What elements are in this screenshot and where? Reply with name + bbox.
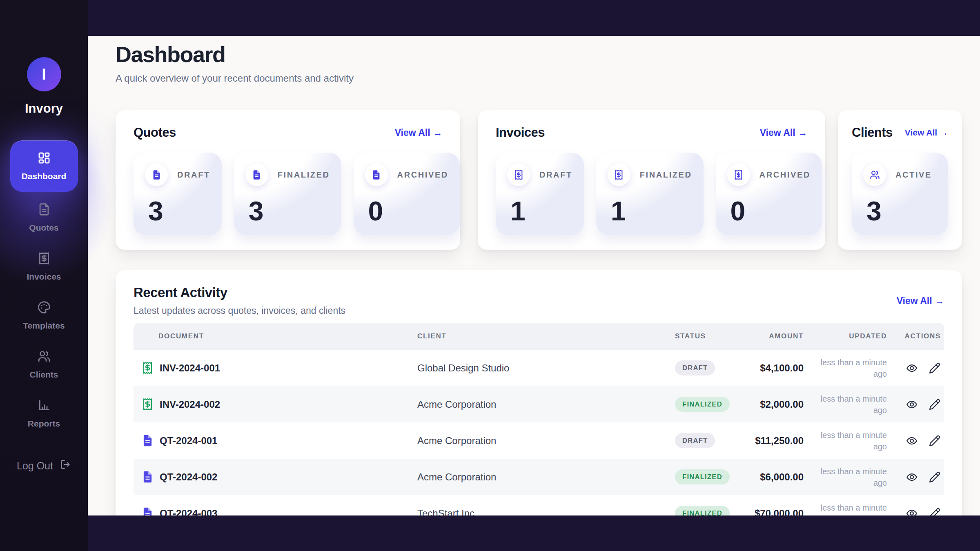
view-eye-icon[interactable] [906,362,918,374]
view-eye-icon[interactable] [906,471,918,483]
stat-value: 0 [731,198,811,224]
client-name: Acme Corporation [417,435,675,447]
table-row[interactable]: INV-2024-002 Acme Corporation FINALIZED … [134,386,944,422]
sidebar-item-dashboard[interactable]: Dashboard [10,140,78,192]
brand-name: Invory [25,101,63,116]
edit-pencil-icon[interactable] [929,362,941,374]
stat-value: 3 [148,198,210,224]
summary-cards-row: Quotes View All → DRAFT 3 [116,110,962,250]
column-header-client: CLIENT [417,332,675,340]
quote-file-icon [365,163,388,186]
activity-table: DOCUMENT CLIENT STATUS AMOUNT UPDATED AC… [134,323,944,515]
client-name: Acme Corporation [417,471,675,483]
receipt-icon [727,163,750,186]
client-name: Acme Corporation [417,399,675,410]
quotes-view-all-link[interactable]: View All → [395,127,442,138]
status-badge: DRAFT [675,360,715,375]
sidebar: I Invory Dashboard Quotes Invoices Templ [0,0,88,551]
updated-time: less than a minute ago [809,429,887,452]
sidebar-item-label: Quotes [29,223,58,233]
stat-label: ARCHIVED [397,170,448,180]
invoices-archived-tile: ARCHIVED 0 [716,153,822,235]
invoices-view-all-link[interactable]: View All → [760,127,807,138]
sidebar-item-quotes[interactable]: Quotes [10,194,78,241]
stat-value: 1 [611,198,692,224]
view-eye-icon[interactable] [906,398,918,411]
column-header-status: STATUS [675,332,746,340]
main-content: Dashboard A quick overview of your recen… [88,36,980,515]
stat-label: ARCHIVED [760,170,811,180]
users-icon [863,163,886,186]
file-text-icon [37,202,51,218]
updated-time: less than a minute ago [809,357,887,380]
invoices-card-title: Invoices [496,125,545,140]
client-name: TechStart Inc. [417,508,675,516]
users-icon [37,349,51,365]
quote-file-icon [145,163,168,186]
document-id: QT-2024-002 [160,471,217,483]
amount: $70,000.00 [746,508,809,516]
invoices-card: Invoices View All → DRAFT 1 [478,110,825,250]
stat-value: 3 [249,198,330,224]
table-row[interactable]: QT-2024-001 Acme Corporation DRAFT $11,2… [134,422,944,459]
sidebar-item-templates[interactable]: Templates [10,292,78,339]
document-id: INV-2024-002 [160,399,220,410]
column-header-amount: AMOUNT [746,332,809,340]
status-badge: FINALIZED [675,397,730,412]
edit-pencil-icon[interactable] [929,398,941,411]
quote-file-icon [141,434,154,447]
amount: $11,250.00 [746,435,809,447]
stat-value: 1 [510,198,572,224]
activity-view-all-link[interactable]: View All → [897,295,944,307]
document-id: INV-2024-001 [160,362,220,374]
dashboard-grid-icon [37,151,51,167]
app-logo: I [27,57,61,91]
stat-label: DRAFT [177,170,210,180]
amount: $6,000.00 [746,471,809,483]
quotes-draft-tile: DRAFT 3 [134,153,222,235]
receipt-icon [507,163,530,186]
page-title: Dashboard [116,42,962,67]
stat-value: 3 [866,198,937,224]
receipt-icon [608,163,630,186]
sidebar-item-clients[interactable]: Clients [10,341,78,388]
logout-icon [60,459,71,473]
column-header-actions: ACTIONS [887,332,944,340]
clients-active-tile: ACTIVE 3 [852,153,948,235]
table-row[interactable]: QT-2024-003 TechStart Inc. FINALIZED $70… [134,495,944,515]
logout-button[interactable]: Log Out [17,459,71,473]
clients-card: Clients View All → ACTIVE 3 [838,110,962,250]
table-row[interactable]: INV-2024-001 Global Design Studio DRAFT … [134,350,944,386]
recent-activity-subtitle: Latest updates across quotes, invoices, … [134,305,944,316]
updated-time: less than a minute ago [809,466,887,489]
quotes-archived-tile: ARCHIVED 0 [354,153,460,235]
palette-icon [37,300,51,316]
edit-pencil-icon[interactable] [929,435,941,447]
table-header-row: DOCUMENT CLIENT STATUS AMOUNT UPDATED AC… [134,323,944,350]
status-badge: FINALIZED [675,506,730,515]
invoices-draft-tile: DRAFT 1 [496,153,584,235]
status-badge: FINALIZED [675,469,730,484]
sidebar-item-label: Templates [23,321,65,331]
clients-view-all-link[interactable]: View All → [905,128,948,138]
stat-label: ACTIVE [895,170,932,180]
view-eye-icon[interactable] [906,435,918,447]
quote-file-icon [141,507,154,515]
updated-time: less than a minute ago [809,502,887,516]
view-eye-icon[interactable] [906,507,918,516]
recent-activity-card: Recent Activity Latest updates across qu… [116,270,962,515]
table-row[interactable]: QT-2024-002 Acme Corporation FINALIZED $… [134,459,944,495]
edit-pencil-icon[interactable] [929,507,941,516]
stat-value: 0 [368,198,448,224]
quote-file-icon [245,163,268,186]
sidebar-item-invoices[interactable]: Invoices [10,243,78,290]
column-header-updated: UPDATED [809,332,887,340]
document-id: QT-2024-003 [160,508,217,516]
sidebar-item-label: Clients [29,370,58,380]
edit-pencil-icon[interactable] [929,471,941,483]
updated-time: less than a minute ago [809,393,887,416]
receipt-icon [37,251,51,267]
document-id: QT-2024-001 [160,435,217,447]
stat-label: DRAFT [539,170,572,180]
sidebar-item-reports[interactable]: Reports [10,390,78,437]
